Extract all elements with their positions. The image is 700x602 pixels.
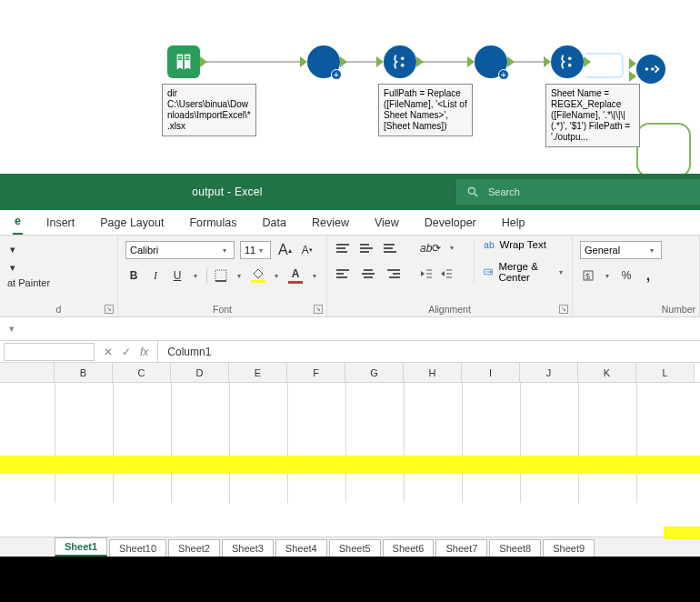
name-box[interactable]: [4, 343, 95, 361]
sheet-tab[interactable]: Sheet8: [489, 539, 541, 557]
svg-point-13: [568, 57, 572, 61]
workflow-canvas: dir C:\Users\binua\Downloads\ImportExcel…: [0, 0, 700, 174]
window-title: output - Excel: [0, 186, 455, 198]
percent-format-button[interactable]: %: [618, 266, 635, 285]
chevron-down-icon[interactable]: ▾: [5, 323, 18, 335]
plus-badge-icon: +: [498, 69, 509, 80]
fx-icon[interactable]: fx: [140, 346, 148, 358]
bold-button[interactable]: B: [125, 266, 142, 285]
tool-directory[interactable]: [167, 45, 200, 78]
connector: [418, 61, 473, 63]
chevron-down-icon[interactable]: ▾: [556, 264, 565, 280]
number-format-combo[interactable]: General▾: [580, 241, 662, 259]
align-center-button[interactable]: [358, 265, 378, 283]
chevron-down-icon[interactable]: ▾: [646, 242, 657, 258]
chevron-down-icon[interactable]: ▾: [7, 241, 18, 257]
search-placeholder: Search: [488, 186, 520, 197]
tool-macro-2[interactable]: +: [475, 45, 507, 78]
col-header[interactable]: B: [55, 363, 113, 382]
col-header[interactable]: K: [578, 363, 636, 382]
tab-help[interactable]: Help: [500, 211, 527, 235]
align-middle-button[interactable]: [358, 239, 378, 257]
col-header[interactable]: L: [636, 363, 695, 382]
col-header[interactable]: I: [462, 363, 520, 382]
group-label-clipboard: d: [0, 304, 117, 315]
chevron-down-icon[interactable]: ▾: [7, 259, 18, 276]
col-header[interactable]: D: [171, 363, 229, 382]
fill-color-button[interactable]: [250, 266, 266, 285]
group-label-number: Number: [573, 304, 699, 315]
tab-insert[interactable]: Insert: [45, 211, 76, 235]
svg-line-22: [475, 194, 478, 197]
connector: [202, 61, 305, 63]
underline-button[interactable]: U: [169, 266, 185, 285]
sheet-tab[interactable]: Sheet5: [329, 539, 381, 557]
sheet-tab[interactable]: Sheet9: [543, 539, 595, 557]
chevron-down-icon[interactable]: ▾: [255, 242, 266, 258]
increase-font-icon[interactable]: A▴: [276, 241, 294, 259]
borders-button[interactable]: [213, 266, 229, 285]
cancel-formula-icon[interactable]: ✕: [104, 346, 113, 358]
dialog-launcher-icon[interactable]: ↘: [314, 305, 323, 314]
tool-output[interactable]: [636, 55, 665, 84]
merge-center-button[interactable]: Merge & Center▾: [484, 261, 565, 283]
tool-formula-2[interactable]: [551, 45, 584, 78]
chevron-down-icon[interactable]: ▾: [219, 242, 230, 258]
col-header[interactable]: J: [520, 363, 578, 382]
dialog-launcher-icon[interactable]: ↘: [559, 305, 568, 314]
chevron-down-icon[interactable]: ▾: [446, 239, 457, 256]
tool-macro-1[interactable]: +: [307, 45, 340, 78]
tab-home[interactable]: e: [13, 209, 23, 235]
chevron-down-icon[interactable]: ▾: [272, 267, 282, 284]
align-top-button[interactable]: [335, 239, 355, 257]
sheet-tab[interactable]: Sheet6: [383, 539, 435, 557]
chevron-down-icon[interactable]: ▾: [309, 267, 319, 284]
directory-icon: [174, 52, 194, 72]
sheet-tab[interactable]: Sheet10: [109, 539, 166, 557]
col-header[interactable]: F: [287, 363, 345, 382]
font-color-button[interactable]: A: [287, 266, 304, 285]
sheet-tab[interactable]: Sheet4: [275, 539, 327, 557]
col-header[interactable]: H: [404, 363, 462, 382]
italic-button[interactable]: I: [147, 266, 164, 285]
decrease-font-icon[interactable]: A▾: [299, 241, 315, 259]
formula-value[interactable]: Column1: [158, 346, 211, 358]
tool-formula-1[interactable]: [384, 45, 416, 78]
decrease-indent-button[interactable]: [418, 265, 435, 283]
chevron-down-icon[interactable]: ▾: [191, 267, 201, 284]
tab-view[interactable]: View: [373, 211, 401, 235]
tab-review[interactable]: Review: [310, 211, 351, 235]
search-box[interactable]: Search: [455, 179, 700, 205]
orientation-button[interactable]: ab⟳: [418, 239, 443, 257]
svg-rect-23: [215, 270, 226, 281]
format-painter-label[interactable]: at Painter: [7, 277, 50, 288]
col-header[interactable]: E: [229, 363, 287, 382]
col-header[interactable]: G: [345, 363, 404, 382]
align-bottom-button[interactable]: [382, 239, 402, 257]
worksheet-grid[interactable]: [0, 383, 700, 503]
sheet-tab[interactable]: Sheet3: [222, 539, 274, 557]
wrap-text-button[interactable]: abWrap Text: [484, 239, 565, 250]
tab-formulas[interactable]: Formulas: [187, 211, 238, 235]
accounting-format-button[interactable]: $: [580, 266, 596, 285]
group-label-alignment: Alignment: [327, 304, 572, 315]
align-right-button[interactable]: [382, 265, 402, 283]
sheet-tab[interactable]: Sheet7: [435, 539, 487, 557]
sheet-tab[interactable]: Sheet2: [168, 539, 220, 557]
svg-marker-20: [629, 71, 636, 82]
dialog-launcher-icon[interactable]: ↘: [105, 305, 114, 314]
font-name-combo[interactable]: Calibri▾: [125, 241, 235, 259]
select-all-corner[interactable]: [0, 363, 55, 382]
sheet-tab[interactable]: Sheet1: [55, 537, 107, 557]
align-left-button[interactable]: [335, 265, 355, 283]
comma-format-button[interactable]: ,: [640, 266, 656, 285]
tab-page-layout[interactable]: Page Layout: [98, 211, 165, 235]
accept-formula-icon[interactable]: ✓: [122, 346, 131, 358]
col-header[interactable]: C: [113, 363, 171, 382]
tab-developer[interactable]: Developer: [423, 211, 478, 235]
increase-indent-button[interactable]: [438, 265, 455, 283]
chevron-down-icon[interactable]: ▾: [235, 267, 245, 284]
chevron-down-icon[interactable]: ▾: [602, 267, 613, 284]
tab-data[interactable]: Data: [261, 211, 288, 235]
font-size-combo[interactable]: 11▾: [240, 241, 271, 259]
